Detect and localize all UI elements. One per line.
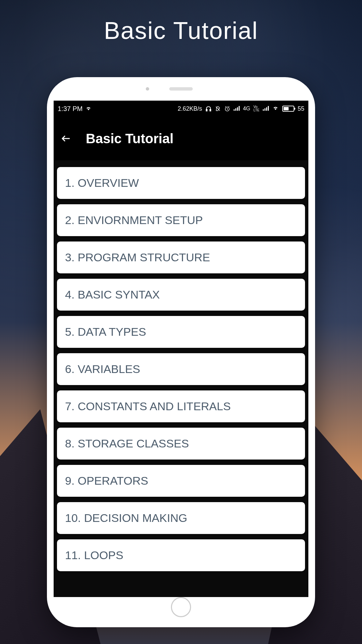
tutorial-item-basic-syntax[interactable]: 4. BASIC SYNTAX <box>57 279 305 311</box>
tutorial-item-label: 1. OVERVIEW <box>65 176 139 189</box>
app-header-title: Basic Tutorial <box>86 131 174 146</box>
tutorial-item-label: 6. VARIABLES <box>65 363 140 375</box>
svg-rect-9 <box>264 108 265 111</box>
status-volte: VoLTE <box>253 105 259 112</box>
tutorial-list[interactable]: 1. OVERVIEW 2. ENVIORNMENT SETUP 3. PROG… <box>54 160 308 597</box>
tutorial-item-decision-making[interactable]: 10. DECISION MAKING <box>57 502 305 534</box>
svg-rect-6 <box>237 107 238 111</box>
alarm-icon <box>224 106 230 112</box>
tutorial-item-program-structure[interactable]: 3. PROGRAM STRUCTURE <box>57 241 305 273</box>
tutorial-item-variables[interactable]: 6. VARIABLES <box>57 353 305 385</box>
status-time: 1:37 PM <box>58 105 82 113</box>
tutorial-item-loops[interactable]: 11. LOOPS <box>57 539 305 571</box>
phone-screen: 1:37 PM 2.62KB/s <box>54 101 308 597</box>
svg-rect-4 <box>234 109 235 111</box>
phone-notch <box>169 87 193 91</box>
svg-rect-0 <box>206 109 207 111</box>
tutorial-item-label: 9. OPERATORS <box>65 474 148 487</box>
tutorial-item-label: 5. DATA TYPES <box>65 325 146 338</box>
tutorial-item-storage-classes[interactable]: 8. STORAGE CLASSES <box>57 428 305 460</box>
svg-rect-8 <box>263 109 264 111</box>
status-data-speed: 2.62KB/s <box>178 105 202 112</box>
camera-dot <box>146 87 149 91</box>
battery-fill <box>284 107 289 110</box>
page-title: Basic Tutorial <box>104 17 258 44</box>
signal-icon-2 <box>263 105 269 112</box>
tutorial-item-label: 8. STORAGE CLASSES <box>65 437 189 450</box>
back-button[interactable] <box>60 132 72 145</box>
tutorial-item-label: 7. CONSTANTS AND LITERALS <box>65 400 231 413</box>
status-battery-percent: 55 <box>298 105 304 112</box>
tutorial-item-environment-setup[interactable]: 2. ENVIORNMENT SETUP <box>57 204 305 236</box>
tutorial-item-operators[interactable]: 9. OPERATORS <box>57 465 305 497</box>
status-bar-left: 1:37 PM <box>58 105 92 113</box>
app-header: Basic Tutorial <box>54 117 308 160</box>
svg-rect-11 <box>268 106 269 111</box>
tutorial-item-label: 3. PROGRAM STRUCTURE <box>65 251 210 264</box>
mute-icon <box>215 106 221 112</box>
battery-icon <box>282 106 294 112</box>
tutorial-item-label: 4. BASIC SYNTAX <box>65 288 160 301</box>
tutorial-item-label: 11. LOOPS <box>65 549 123 561</box>
tutorial-item-constants-literals[interactable]: 7. CONSTANTS AND LITERALS <box>57 390 305 422</box>
svg-rect-1 <box>210 109 211 111</box>
svg-rect-7 <box>239 106 240 111</box>
phone-frame: 1:37 PM 2.62KB/s <box>47 77 315 627</box>
home-button[interactable] <box>171 597 191 617</box>
tutorial-item-data-types[interactable]: 5. DATA TYPES <box>57 316 305 348</box>
battery-tip <box>294 108 295 110</box>
wifi-icon-2 <box>272 105 279 112</box>
status-network: 4G <box>243 106 250 112</box>
svg-rect-5 <box>235 108 236 111</box>
headphone-icon <box>205 106 212 112</box>
status-bar-right: 2.62KB/s <box>178 105 304 112</box>
tutorial-item-label: 10. DECISION MAKING <box>65 512 187 524</box>
svg-rect-10 <box>266 107 267 111</box>
status-bar: 1:37 PM 2.62KB/s <box>54 101 308 117</box>
signal-icon <box>234 105 240 112</box>
wifi-icon <box>85 105 92 113</box>
tutorial-item-overview[interactable]: 1. OVERVIEW <box>57 167 305 199</box>
phone-speaker <box>169 87 193 91</box>
tutorial-item-label: 2. ENVIORNMENT SETUP <box>65 214 203 226</box>
